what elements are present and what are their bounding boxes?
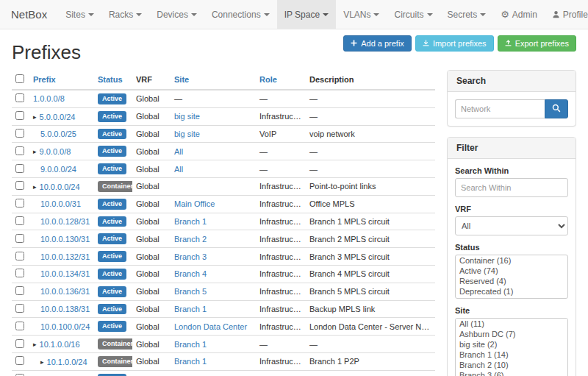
netbox-logo[interactable]: NetBox: [0, 0, 58, 29]
status-badge: Active: [98, 163, 126, 174]
table-row: ▸10.1.0.0/16 Container Global Branch 1 —…: [12, 336, 435, 353]
nav-connections[interactable]: Connections: [204, 0, 277, 29]
site-link[interactable]: Branch 3: [171, 248, 256, 266]
prefix-link[interactable]: 10.0.0.132/31: [40, 252, 90, 261]
row-checkbox[interactable]: [15, 199, 24, 207]
row-checkbox[interactable]: [15, 111, 24, 120]
row-checkbox[interactable]: [15, 269, 24, 277]
vrf-cell: Global: [132, 160, 171, 178]
select-all-checkbox[interactable]: [15, 74, 24, 83]
nav-ip-space[interactable]: IP Space: [277, 0, 336, 29]
prefix-link[interactable]: 1.0.0.0/8: [33, 94, 65, 103]
filter-panel: Filter Search Within VRF All Status Cont…: [447, 137, 576, 376]
site-link[interactable]: London Data Center: [171, 318, 256, 336]
row-checkbox[interactable]: [15, 181, 24, 190]
site-link[interactable]: Branch 1: [171, 300, 256, 318]
col-status[interactable]: Status: [94, 70, 132, 90]
row-checkbox[interactable]: [15, 234, 24, 243]
prefix-link[interactable]: 10.0.0.0/31: [40, 199, 81, 208]
site-link[interactable]: Branch 1: [171, 213, 256, 230]
col-prefix[interactable]: Prefix: [29, 70, 94, 90]
prefix-link[interactable]: 10.0.0.134/31: [40, 269, 90, 278]
page-header: Prefixes Add a prefix Import prefixes Ex…: [0, 29, 588, 67]
import-prefixes-button[interactable]: Import prefixes: [415, 35, 494, 52]
site-link[interactable]: Branch 5: [171, 283, 256, 300]
vrf-cell: Global: [132, 195, 171, 213]
prefix-link[interactable]: 10.1.0.0/16: [40, 340, 80, 349]
row-checkbox[interactable]: [15, 129, 24, 138]
filter-option[interactable]: Active (74): [456, 266, 567, 276]
vrf-filter-select[interactable]: All: [455, 216, 568, 235]
filter-option[interactable]: Deprecated (1): [456, 286, 567, 297]
site-link[interactable]: Branch 1: [171, 336, 256, 353]
row-checkbox[interactable]: [15, 146, 24, 155]
search-panel: Search: [447, 70, 576, 127]
prefix-link[interactable]: 10.0.0.138/31: [40, 305, 90, 313]
prefix-link[interactable]: 9.0.0.0/24: [40, 165, 76, 174]
search-input[interactable]: [455, 99, 545, 118]
col-site[interactable]: Site: [171, 70, 256, 90]
row-checkbox[interactable]: [15, 304, 24, 313]
nav-sites[interactable]: Sites: [58, 0, 101, 29]
row-checkbox[interactable]: [15, 286, 24, 295]
site-link[interactable]: Branch 1: [171, 352, 256, 370]
filter-option[interactable]: Container (16): [456, 255, 567, 266]
nav-racks[interactable]: Racks: [101, 0, 149, 29]
site-link[interactable]: Branch 2: [171, 230, 256, 248]
vrf-cell: Global: [132, 336, 171, 353]
page-actions: Add a prefix Import prefixes Export pref…: [343, 35, 576, 52]
site-link[interactable]: Branch 4: [171, 265, 256, 283]
prefix-link[interactable]: 10.0.0.136/31: [40, 287, 90, 296]
prefix-link[interactable]: 10.0.0.128/31: [40, 217, 90, 226]
description-cell: Office MPLS: [306, 195, 435, 213]
row-checkbox[interactable]: [15, 322, 24, 330]
prefix-link[interactable]: 10.0.0.0/24: [40, 182, 80, 191]
status-badge: Active: [98, 111, 126, 122]
expand-arrow-icon: ▸: [33, 183, 37, 191]
site-link[interactable]: All: [171, 160, 256, 178]
filter-option[interactable]: Ashburn DC (7): [456, 329, 567, 339]
prefix-link[interactable]: 5.0.0.0/25: [40, 130, 76, 138]
export-prefixes-button[interactable]: Export prefixes: [498, 35, 576, 52]
filter-option[interactable]: big site (2): [456, 339, 567, 350]
table-row: 1.0.0.0/8 Active Global — — —: [12, 90, 435, 107]
nav-vlans[interactable]: VLANs: [336, 0, 387, 29]
site-link[interactable]: Branch 1: [171, 370, 256, 376]
row-checkbox[interactable]: [15, 93, 24, 102]
nav-circuits[interactable]: Circuits: [387, 0, 440, 29]
search-within-input[interactable]: [455, 178, 568, 197]
row-checkbox[interactable]: [15, 164, 24, 173]
admin-link[interactable]: ⚙Admin: [493, 0, 545, 29]
prefix-link[interactable]: 5.0.0.0/24: [40, 113, 76, 121]
site-link[interactable]: All: [171, 143, 256, 160]
add-prefix-button[interactable]: Add a prefix: [343, 35, 412, 52]
site-filter-list[interactable]: All (11)Ashburn DC (7)big site (2)Branch…: [455, 318, 568, 376]
filter-option[interactable]: Branch 2 (10): [456, 360, 567, 370]
search-button[interactable]: [545, 99, 568, 118]
filter-option[interactable]: Branch 3 (6): [456, 370, 567, 376]
row-checkbox[interactable]: [15, 339, 24, 348]
table-row: 10.0.0.138/31 Active Global Branch 1 Inf…: [12, 300, 435, 318]
status-badge: Active: [98, 129, 126, 140]
row-checkbox[interactable]: [15, 252, 24, 260]
status-filter-list[interactable]: Container (16)Active (74)Reserved (4)Dep…: [455, 255, 568, 299]
prefix-link[interactable]: 10.0.100.0/24: [40, 322, 90, 331]
expand-arrow-icon: ▸: [40, 358, 44, 366]
prefix-link[interactable]: 10.0.0.130/31: [40, 235, 90, 244]
filter-option[interactable]: Reserved (4): [456, 276, 567, 286]
site-link[interactable]: Main Office: [171, 195, 256, 213]
filter-option[interactable]: Branch 1 (14): [456, 350, 567, 360]
row-checkbox[interactable]: [15, 356, 24, 365]
search-panel-title: Search: [448, 71, 576, 92]
nav-devices[interactable]: Devices: [149, 0, 204, 29]
profile-link[interactable]: Profile: [545, 0, 588, 29]
nav-secrets[interactable]: Secrets: [440, 0, 494, 29]
prefix-link[interactable]: 9.0.0.0/8: [40, 147, 71, 156]
site-link[interactable]: big site: [171, 107, 256, 125]
col-role[interactable]: Role: [256, 70, 306, 90]
prefix-link[interactable]: 10.1.0.0/24: [47, 358, 87, 366]
role-cell: Infrastructure: [256, 265, 306, 283]
row-checkbox[interactable]: [15, 216, 24, 225]
site-link[interactable]: big site: [171, 125, 256, 143]
filter-option[interactable]: All (11): [456, 319, 567, 329]
